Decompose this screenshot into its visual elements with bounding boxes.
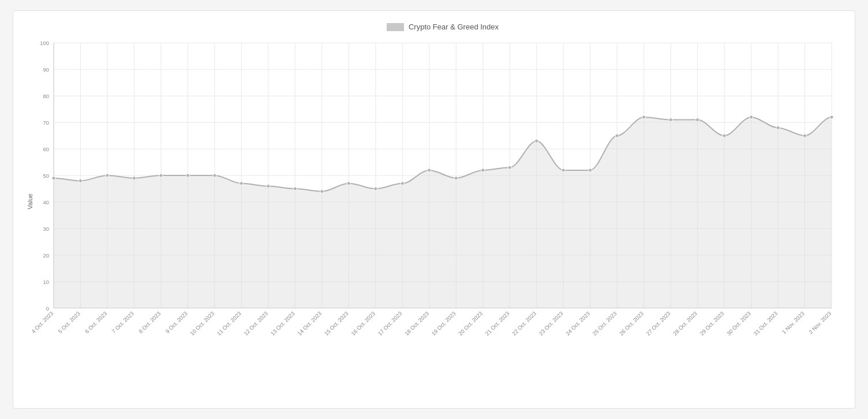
svg-text:6 Oct. 2023: 6 Oct. 2023 [84,310,108,334]
svg-text:50: 50 [43,173,49,179]
svg-point-109 [723,134,726,137]
svg-text:0: 0 [46,305,49,312]
svg-point-97 [401,182,404,185]
svg-text:7 Oct. 2023: 7 Oct. 2023 [110,310,134,334]
svg-point-84 [52,177,55,180]
svg-text:20 Oct. 2023: 20 Oct. 2023 [457,310,484,336]
svg-text:90: 90 [43,66,49,73]
svg-point-110 [750,115,753,119]
chart-title: Crypto Fear & Greed Index [409,23,499,31]
svg-text:30 Oct. 2023: 30 Oct. 2023 [725,310,752,336]
svg-text:28 Oct. 2023: 28 Oct. 2023 [672,310,698,336]
svg-point-101 [508,166,511,169]
svg-point-100 [481,169,485,172]
svg-text:15 Oct. 2023: 15 Oct. 2023 [323,310,350,336]
svg-point-111 [776,126,780,129]
svg-text:22 Oct. 2023: 22 Oct. 2023 [511,310,537,336]
svg-text:16 Oct. 2023: 16 Oct. 2023 [350,310,376,336]
svg-text:30: 30 [43,226,49,232]
svg-point-91 [240,182,243,185]
svg-point-99 [454,177,458,180]
svg-text:24 Oct. 2023: 24 Oct. 2023 [564,310,591,336]
svg-text:14 Oct. 2023: 14 Oct. 2023 [296,310,323,336]
svg-text:40: 40 [43,199,49,205]
svg-point-93 [293,187,297,190]
svg-point-90 [213,174,216,177]
svg-point-102 [535,139,538,143]
svg-point-98 [428,169,431,172]
svg-text:25 Oct. 2023: 25 Oct. 2023 [591,310,618,336]
chart-svg: 01020304050607080901004 Oct. 20235 Oct. … [48,37,837,366]
svg-point-113 [830,115,833,119]
svg-point-104 [589,169,592,172]
svg-text:23 Oct. 2023: 23 Oct. 2023 [537,310,564,336]
svg-point-105 [615,134,619,137]
svg-text:8 Oct. 2023: 8 Oct. 2023 [137,310,162,334]
svg-text:4 Oct. 2023: 4 Oct. 2023 [30,310,54,334]
svg-text:2 Nov. 2023: 2 Nov. 2023 [807,310,832,335]
svg-text:31 Oct. 2023: 31 Oct. 2023 [752,310,779,336]
chart-area: Value 01020304050607080901004 Oct. 20235… [48,37,837,366]
svg-point-94 [320,190,324,193]
svg-text:70: 70 [43,119,49,126]
svg-text:10 Oct. 2023: 10 Oct. 2023 [189,310,215,336]
svg-text:1 Nov. 2023: 1 Nov. 2023 [781,310,806,335]
svg-text:11 Oct. 2023: 11 Oct. 2023 [216,310,242,336]
svg-point-103 [562,169,565,172]
svg-text:80: 80 [43,93,49,99]
svg-text:21 Oct. 2023: 21 Oct. 2023 [484,310,510,336]
svg-point-108 [696,118,699,122]
svg-text:29 Oct. 2023: 29 Oct. 2023 [698,310,725,336]
svg-point-85 [78,179,82,182]
svg-point-86 [106,174,109,177]
svg-point-89 [186,174,189,177]
svg-text:19 Oct. 2023: 19 Oct. 2023 [431,310,457,336]
svg-text:100: 100 [40,40,49,46]
svg-text:17 Oct. 2023: 17 Oct. 2023 [377,310,403,336]
svg-text:27 Oct. 2023: 27 Oct. 2023 [645,310,671,336]
svg-text:18 Oct. 2023: 18 Oct. 2023 [403,310,430,336]
svg-point-95 [347,182,350,185]
svg-text:20: 20 [43,252,49,259]
svg-text:60: 60 [43,146,49,152]
chart-legend: Crypto Fear & Greed Index [48,23,837,31]
chart-container: Crypto Fear & Greed Index Value 01020304… [13,10,855,409]
svg-text:9 Oct. 2023: 9 Oct. 2023 [164,310,188,334]
svg-text:5 Oct. 2023: 5 Oct. 2023 [57,310,81,334]
svg-point-92 [267,184,270,188]
svg-text:13 Oct. 2023: 13 Oct. 2023 [270,310,296,336]
svg-point-88 [159,174,163,177]
svg-point-112 [803,134,807,137]
svg-point-87 [132,177,136,180]
svg-point-107 [669,118,672,122]
svg-point-106 [642,115,646,119]
y-axis-label: Value [27,193,33,209]
svg-text:10: 10 [43,279,49,285]
svg-text:26 Oct. 2023: 26 Oct. 2023 [618,310,645,336]
svg-point-96 [374,187,377,190]
legend-swatch [387,23,404,31]
svg-text:12 Oct. 2023: 12 Oct. 2023 [242,310,269,336]
